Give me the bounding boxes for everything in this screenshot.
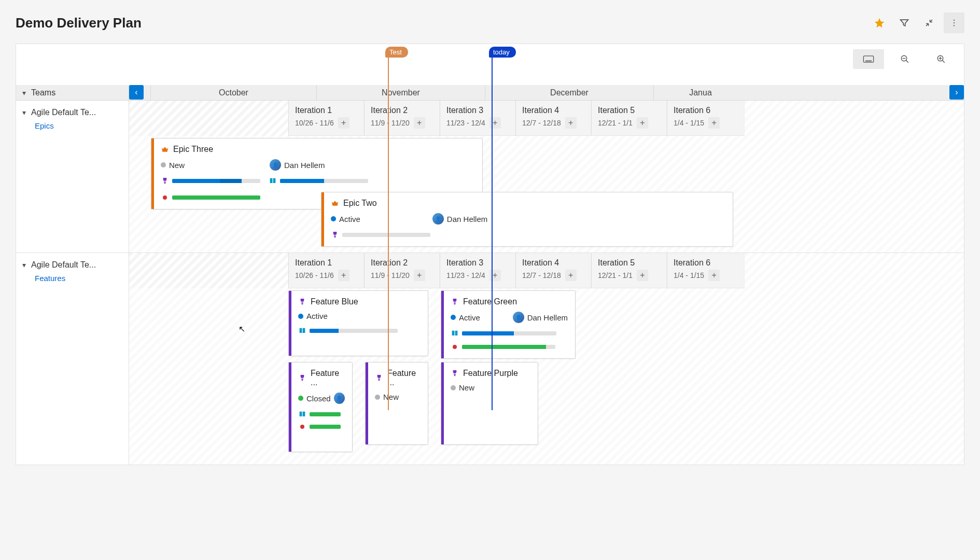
state-text: New [383,393,399,401]
add-item-button[interactable]: + [338,117,349,129]
svg-line-9 [942,60,945,63]
assignee-text: Dan Hellem [527,313,568,322]
month-october: October [151,85,317,100]
trophy-icon [451,369,459,377]
status-dot [451,385,456,390]
add-item-button[interactable]: + [637,270,648,281]
more-button[interactable] [944,12,964,33]
rollup-row [331,231,725,239]
bug-icon [161,193,169,202]
iteration-5-header[interactable]: Iteration 5 12/21 - 1/1+ [591,253,667,288]
trophy-icon [161,177,169,185]
status-dot [331,216,336,221]
timeline-header: ▾ Teams ‹ October November December Janu… [16,85,964,101]
rollup-features [161,177,260,185]
card-title-text: Feature ... [311,369,345,387]
add-item-button[interactable]: + [565,270,577,281]
add-item-button[interactable]: + [338,270,349,281]
trophy-icon [298,374,306,382]
marker-today-line [492,58,493,410]
iteration-4-header[interactable]: Iteration 4 12/7 - 12/18+ [515,101,591,136]
iterations-row: Iteration 1 10/26 - 11/6+ Iteration 2 11… [129,253,964,288]
svg-point-2 [954,25,955,26]
bug-icon [451,343,459,351]
add-item-button[interactable]: + [637,117,648,129]
scroll-right-button[interactable]: › [949,85,964,100]
avatar: 👤 [432,213,444,225]
assignee-text: Dan Hellem [447,215,487,223]
trophy-icon [298,298,306,306]
state-text: Active [306,312,328,320]
card-accent [321,192,324,246]
card-title-text: Epic Two [343,199,377,208]
trophy-icon [375,374,383,382]
svg-point-0 [954,20,955,21]
book-icon [298,327,306,335]
backlog-link-features[interactable]: Features [35,274,122,283]
card-accent [441,291,444,358]
card-title-text: Feature ... [387,369,421,387]
add-item-button[interactable]: + [414,270,425,281]
status-dot [298,314,303,319]
team-name[interactable]: ▾ Agile Default Te... [22,108,122,117]
svg-point-14 [300,425,304,429]
marker-test[interactable]: Test [385,47,408,58]
chevron-down-icon[interactable]: ▾ [22,261,26,269]
svg-line-6 [906,60,908,63]
crown-icon [331,199,339,207]
add-item-button[interactable]: + [414,117,425,129]
svg-rect-4 [865,61,872,62]
iteration-2-header[interactable]: Iteration 2 11/9 - 11/20+ [364,101,440,136]
iteration-5-header[interactable]: Iteration 5 12/21 - 1/1+ [591,101,667,136]
month-january: Janua [654,85,747,100]
card-accent [289,291,291,356]
rollup-row [298,327,421,335]
iteration-3-header[interactable]: Iteration 3 11/23 - 12/4+ [440,101,515,136]
chevron-down-icon[interactable]: ▾ [22,89,26,97]
filter-button[interactable] [894,12,915,33]
add-item-button[interactable]: + [708,117,720,129]
iteration-2-header[interactable]: Iteration 2 11/9 - 11/20+ [364,253,440,288]
team-name[interactable]: ▾ Agile Default Te... [22,260,122,270]
card-epic-two[interactable]: Epic Two Active 👤 Dan Hellem [321,192,733,247]
assignee-text: Dan Hellem [284,161,325,170]
trophy-icon [331,231,339,239]
collapse-icon [925,18,934,27]
iteration-6-header[interactable]: Iteration 6 1/4 - 1/15+ [667,253,745,288]
rollup-row [451,329,568,351]
rollup-features [331,231,430,239]
chevron-down-icon[interactable]: ▾ [22,108,26,117]
delivery-plan-board: Test today ▾ Teams ‹ October November De… [16,44,964,465]
iteration-3-header[interactable]: Iteration 3 11/23 - 12/4+ [440,253,515,288]
iteration-6-header[interactable]: Iteration 6 1/4 - 1/15+ [667,101,745,136]
add-item-button[interactable]: + [708,270,720,281]
add-item-button[interactable]: + [565,117,577,129]
state-text: Active [459,313,480,322]
rollup-stories [269,177,368,185]
card-feature-green[interactable]: Feature Green Active 👤 Dan Hellem [441,290,576,359]
card-accent [151,138,154,209]
marker-today[interactable]: today [489,47,516,58]
iteration-1-header[interactable]: Iteration 1 10/26 - 11/6+ [288,253,364,288]
teams-column-header[interactable]: ▾ Teams [16,85,129,101]
backlog-link-epics[interactable]: Epics [35,121,122,130]
card-feature-blue[interactable]: Feature Blue Active [288,290,428,356]
iteration-1-header[interactable]: Iteration 1 10/26 - 11/6+ [288,101,364,136]
card-feature-purple[interactable]: Feature Purple New [441,362,538,445]
card-accent [289,362,291,452]
state-text: New [459,383,474,392]
card-title-text: Feature Purple [463,369,518,378]
scroll-left-button[interactable]: ‹ [129,85,144,100]
team-content: Iteration 1 10/26 - 11/6+ Iteration 2 11… [129,101,964,253]
iteration-4-header[interactable]: Iteration 4 12/7 - 12/18+ [515,253,591,288]
svg-point-12 [163,195,167,200]
header-actions [869,12,964,33]
collapse-button[interactable] [919,12,940,33]
status-dot [375,395,380,400]
status-dot [451,315,456,320]
epics-cards-area: Epic Three New 👤 Dan Hellem [129,136,964,253]
card-feature-closed[interactable]: Feature ... Closed 👤 [288,362,353,452]
favorite-button[interactable] [869,12,890,33]
card-feature-new[interactable]: Feature ... New [365,362,428,445]
iteration-spacer [129,101,288,136]
